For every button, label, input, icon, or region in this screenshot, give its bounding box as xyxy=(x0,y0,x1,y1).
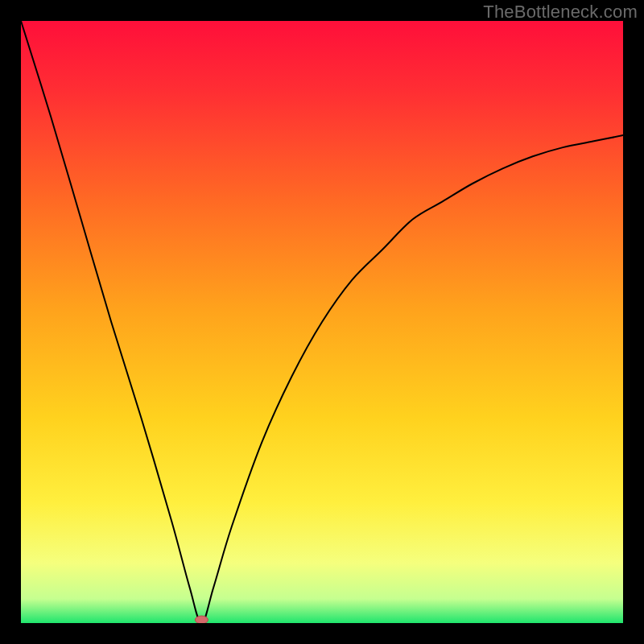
watermark-label: TheBottleneck.com xyxy=(483,2,638,23)
minimum-marker xyxy=(195,616,208,623)
plot-area xyxy=(21,21,623,623)
bottleneck-chart xyxy=(21,21,623,623)
chart-frame: TheBottleneck.com xyxy=(0,0,644,644)
